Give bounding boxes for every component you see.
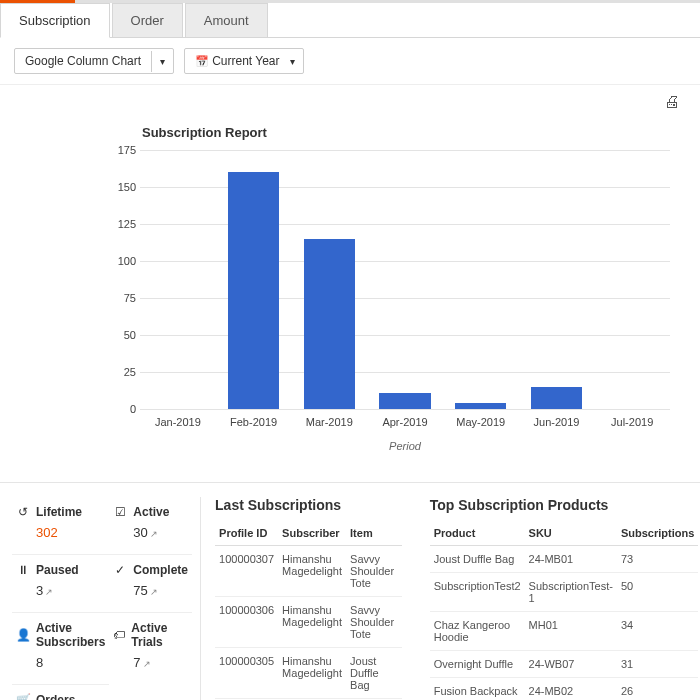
panel-title: Last Subscriptions bbox=[215, 497, 402, 513]
chart-type-select[interactable]: Google Column Chart▾ bbox=[14, 48, 174, 74]
tab-subscription[interactable]: Subscription bbox=[0, 3, 110, 38]
stat-complete[interactable]: ✓Complete 75↗ bbox=[109, 555, 192, 613]
x-tick: Jun-2019 bbox=[519, 410, 595, 428]
stat-active-subscribers[interactable]: 👤Active Subscribers 8 bbox=[12, 613, 109, 685]
user-icon: 👤 bbox=[16, 628, 30, 642]
external-link-icon: ↗ bbox=[45, 587, 53, 597]
table-row[interactable]: Joust Duffle Bag24-MB0173 bbox=[430, 546, 699, 573]
tag-icon: 🏷 bbox=[113, 628, 125, 642]
external-link-icon: ↗ bbox=[143, 659, 151, 669]
y-tick: 0 bbox=[108, 403, 136, 415]
table-row[interactable]: 100000306Himanshu MagedelightSavvy Shoul… bbox=[215, 597, 402, 648]
panel-title: Top Subscription Products bbox=[430, 497, 699, 513]
external-link-icon: ↗ bbox=[150, 529, 158, 539]
last-subscriptions-table: Profile ID Subscriber Item 100000307Hima… bbox=[215, 521, 402, 700]
x-tick: Apr-2019 bbox=[367, 410, 443, 428]
bar[interactable] bbox=[304, 239, 355, 409]
tab-order[interactable]: Order bbox=[112, 3, 183, 37]
y-tick: 25 bbox=[108, 366, 136, 378]
stat-paused[interactable]: ⏸Paused 3↗ bbox=[12, 555, 109, 613]
bar[interactable] bbox=[228, 172, 279, 409]
bar[interactable] bbox=[531, 387, 582, 409]
bar[interactable] bbox=[379, 393, 430, 409]
report-tabs: Subscription Order Amount bbox=[0, 3, 700, 38]
chevron-down-icon: ▾ bbox=[151, 51, 173, 72]
pause-icon: ⏸ bbox=[16, 563, 30, 577]
x-tick: May-2019 bbox=[443, 410, 519, 428]
external-link-icon: ↗ bbox=[150, 587, 158, 597]
chart-title: Subscription Report bbox=[110, 119, 670, 150]
chevron-down-icon: ▾ bbox=[290, 51, 303, 72]
bar[interactable] bbox=[455, 403, 506, 409]
stat-active-trials[interactable]: 🏷Active Trials 7↗ bbox=[109, 613, 192, 684]
subscription-chart: Subscription Report 0255075100125150175 … bbox=[0, 119, 700, 482]
table-row[interactable]: Overnight Duffle24-WB0731 bbox=[430, 651, 699, 678]
last-subscriptions-panel: Last Subscriptions Profile ID Subscriber… bbox=[201, 497, 416, 700]
y-tick: 75 bbox=[108, 292, 136, 304]
top-products-table: Product SKU Subscriptions Joust Duffle B… bbox=[430, 521, 699, 700]
print-icon[interactable]: 🖨 bbox=[664, 93, 680, 110]
x-tick: Jan-2019 bbox=[140, 410, 216, 428]
x-tick: Feb-2019 bbox=[216, 410, 292, 428]
stat-orders[interactable]: 🛒Orders 1548 / 1605 bbox=[12, 685, 109, 700]
stats-panel: ↺Lifetime 302 ⏸Paused 3↗ 👤Active Subscri… bbox=[12, 497, 201, 700]
date-range-select[interactable]: Current Year▾ bbox=[184, 48, 303, 74]
x-tick: Mar-2019 bbox=[291, 410, 367, 428]
active-icon: ☑ bbox=[113, 505, 127, 519]
history-icon: ↺ bbox=[16, 505, 30, 519]
top-products-panel: Top Subscription Products Product SKU Su… bbox=[416, 497, 700, 700]
y-tick: 50 bbox=[108, 329, 136, 341]
tab-amount[interactable]: Amount bbox=[185, 3, 268, 37]
y-tick: 100 bbox=[108, 255, 136, 267]
stat-active[interactable]: ☑Active 30↗ bbox=[109, 497, 192, 555]
y-tick: 125 bbox=[108, 218, 136, 230]
check-icon: ✓ bbox=[113, 563, 127, 577]
y-tick: 175 bbox=[108, 144, 136, 156]
table-row[interactable]: SubscriptionTest2SubscriptionTest-150 bbox=[430, 573, 699, 612]
cart-icon: 🛒 bbox=[16, 693, 30, 700]
table-row[interactable]: 100000307Himanshu MagedelightSavvy Shoul… bbox=[215, 546, 402, 597]
toolbar: Google Column Chart▾ Current Year▾ bbox=[0, 38, 700, 85]
table-row[interactable]: Fusion Backpack24-MB0226 bbox=[430, 678, 699, 701]
x-tick: Jul-2019 bbox=[594, 410, 670, 428]
x-axis-label: Period bbox=[140, 428, 670, 452]
stat-lifetime[interactable]: ↺Lifetime 302 bbox=[12, 497, 109, 555]
table-row[interactable]: Chaz Kangeroo HoodieMH0134 bbox=[430, 612, 699, 651]
table-row[interactable]: 100000305Himanshu MagedelightJoust Duffl… bbox=[215, 648, 402, 699]
y-tick: 150 bbox=[108, 181, 136, 193]
